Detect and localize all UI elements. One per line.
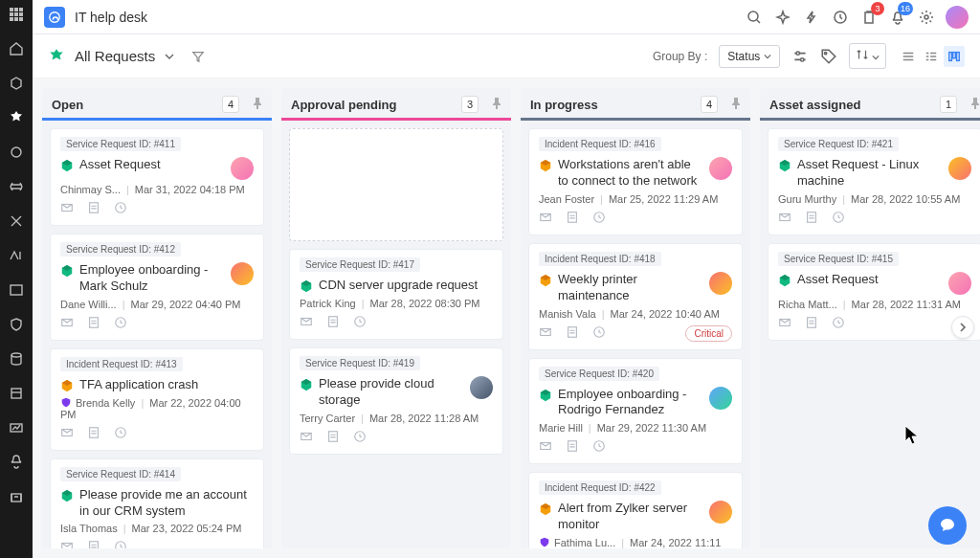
sparkle-icon[interactable]	[773, 8, 792, 27]
request-card[interactable]: Service Request ID: #414Please provide m…	[50, 458, 264, 548]
nav-icon-13[interactable]	[8, 454, 25, 471]
note-action-icon[interactable]	[87, 426, 100, 442]
note-action-icon[interactable]	[805, 316, 818, 332]
sort-select[interactable]	[849, 43, 886, 69]
time-action-icon[interactable]	[832, 316, 845, 332]
filter-icon[interactable]	[191, 50, 205, 63]
view-kanban-icon[interactable]	[944, 46, 965, 67]
groupby-select[interactable]: Status	[719, 45, 779, 68]
chat-fab-button[interactable]	[928, 506, 967, 545]
mail-action-icon[interactable]	[539, 325, 552, 342]
time-action-icon[interactable]	[114, 426, 127, 442]
assignee-avatar[interactable]	[709, 157, 732, 180]
mail-action-icon[interactable]	[778, 316, 791, 332]
note-action-icon[interactable]	[87, 201, 100, 217]
nav-icon-4[interactable]	[8, 144, 25, 161]
bell-icon[interactable]: 16	[888, 8, 907, 27]
nav-icon-6[interactable]	[8, 212, 25, 230]
mail-action-icon[interactable]	[539, 439, 552, 456]
time-action-icon[interactable]	[832, 211, 845, 227]
view-list-icon[interactable]	[898, 46, 919, 67]
mail-action-icon[interactable]	[60, 426, 74, 442]
clipboard-icon[interactable]: 3	[859, 8, 879, 27]
nav-icon-2[interactable]	[8, 75, 25, 92]
note-action-icon[interactable]	[805, 211, 818, 227]
column-header[interactable]: In progress4	[521, 88, 750, 121]
column-header[interactable]: Approval pending3	[281, 88, 511, 121]
nav-requests-icon[interactable]	[8, 109, 25, 126]
mail-action-icon[interactable]	[300, 315, 313, 331]
note-action-icon[interactable]	[566, 211, 579, 227]
time-action-icon[interactable]	[592, 325, 606, 342]
assignee-avatar[interactable]	[948, 272, 971, 295]
tag-icon[interactable]	[820, 48, 837, 65]
note-action-icon[interactable]	[87, 316, 100, 332]
request-card[interactable]: Service Request ID: #412Employee onboard…	[50, 234, 264, 341]
history-icon[interactable]	[831, 8, 850, 27]
assignee-avatar[interactable]	[709, 272, 732, 295]
card-id: Service Request ID: #415	[778, 252, 899, 266]
mail-action-icon[interactable]	[60, 201, 74, 217]
note-action-icon[interactable]	[326, 430, 340, 446]
bolt-icon[interactable]	[802, 8, 821, 27]
mail-action-icon[interactable]	[778, 211, 791, 227]
pin-icon[interactable]	[970, 98, 980, 112]
mail-action-icon[interactable]	[300, 430, 313, 446]
request-card[interactable]: Incident Request ID: #413TFA application…	[50, 348, 264, 451]
settings-gear-icon[interactable]	[917, 8, 936, 27]
request-card[interactable]: Service Request ID: #411Asset RequestChi…	[50, 128, 264, 226]
mail-action-icon[interactable]	[539, 211, 552, 227]
nav-icon-11[interactable]	[8, 385, 25, 402]
settings-sliders-icon[interactable]	[791, 48, 809, 65]
assignee-avatar[interactable]	[231, 262, 254, 285]
mail-action-icon[interactable]	[60, 540, 74, 548]
request-card[interactable]: Incident Request ID: #416Workstations ar…	[528, 128, 743, 235]
assignee-avatar[interactable]	[709, 501, 732, 524]
search-icon[interactable]	[745, 8, 764, 27]
column-header[interactable]: Open4	[42, 88, 272, 121]
time-action-icon[interactable]	[592, 439, 606, 456]
note-action-icon[interactable]	[566, 439, 579, 456]
view-title[interactable]: All Requests	[75, 48, 155, 64]
note-action-icon[interactable]	[326, 315, 340, 331]
nav-icon-12[interactable]	[8, 419, 25, 436]
assignee-avatar[interactable]	[231, 157, 254, 180]
apps-grid-icon[interactable]	[8, 6, 25, 23]
request-card[interactable]: Service Request ID: #420Employee onboard…	[528, 358, 743, 465]
dropzone[interactable]	[289, 128, 503, 241]
view-detail-icon[interactable]	[921, 46, 942, 67]
time-action-icon[interactable]	[114, 540, 127, 548]
time-action-icon[interactable]	[353, 430, 367, 446]
home-icon[interactable]	[8, 40, 25, 57]
nav-icon-14[interactable]	[8, 488, 25, 505]
mail-action-icon[interactable]	[60, 316, 74, 332]
time-action-icon[interactable]	[592, 211, 606, 227]
chevron-down-icon[interactable]	[165, 52, 174, 61]
pin-icon[interactable]	[492, 98, 501, 112]
assignee-avatar[interactable]	[948, 157, 971, 180]
request-card[interactable]: Incident Request ID: #418Weekly printer …	[528, 243, 743, 350]
request-card[interactable]: Service Request ID: #417CDN server upgra…	[289, 249, 503, 340]
time-action-icon[interactable]	[114, 201, 127, 217]
nav-icon-7[interactable]	[8, 247, 25, 264]
note-action-icon[interactable]	[87, 540, 100, 548]
note-action-icon[interactable]	[566, 325, 579, 342]
pin-icon[interactable]	[253, 98, 262, 112]
request-card[interactable]: Service Request ID: #421Asset Request - …	[768, 128, 980, 235]
assignee-avatar[interactable]	[470, 376, 493, 399]
assignee-avatar[interactable]	[709, 387, 732, 410]
nav-icon-9[interactable]	[8, 316, 25, 333]
request-card[interactable]: Service Request ID: #415Asset RequestRic…	[768, 243, 980, 341]
request-card[interactable]: Service Request ID: #419Please provide c…	[289, 347, 503, 455]
column-header[interactable]: Asset assigned1	[760, 88, 980, 121]
scroll-right-button[interactable]	[951, 316, 974, 339]
request-card[interactable]: Incident Request ID: #422Alert from Zylk…	[528, 472, 743, 548]
nav-icon-8[interactable]	[8, 281, 25, 299]
nav-icon-10[interactable]	[8, 350, 25, 368]
time-action-icon[interactable]	[353, 315, 367, 331]
user-avatar[interactable]	[946, 6, 969, 29]
card-title: Please provide cloud storage	[319, 376, 464, 409]
time-action-icon[interactable]	[114, 316, 127, 332]
nav-icon-5[interactable]	[8, 178, 25, 195]
pin-icon[interactable]	[731, 98, 741, 112]
